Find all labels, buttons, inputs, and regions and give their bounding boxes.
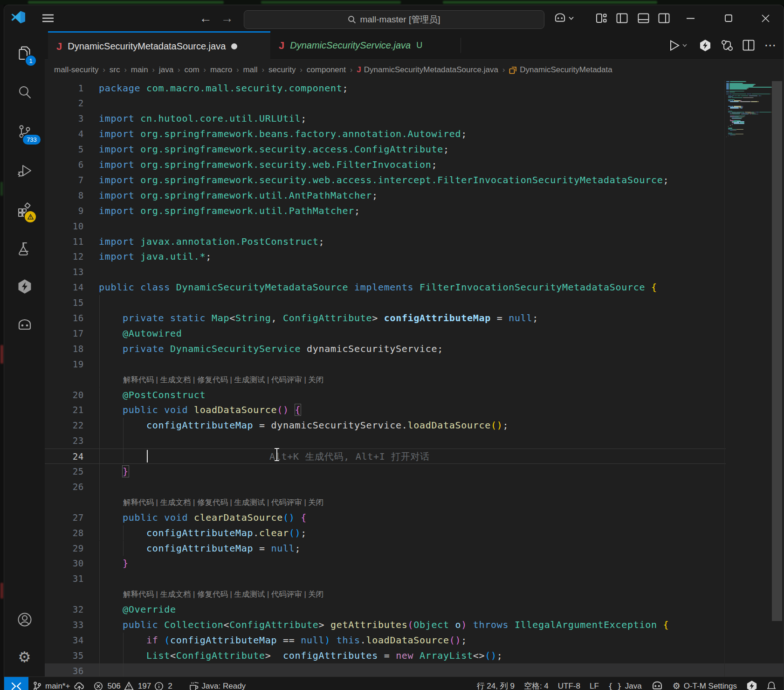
code-line[interactable]: 32 @Override — [45, 602, 784, 617]
code-line[interactable]: 34 if (configAttributeMap == null) this.… — [45, 633, 784, 648]
code-line[interactable]: 13 — [45, 264, 784, 280]
status-notifications[interactable] — [762, 677, 781, 690]
code-line[interactable]: 28 configAttributeMap.clear(); — [45, 525, 784, 541]
breadcrumb-item[interactable]: com — [184, 65, 199, 75]
breadcrumb-item[interactable]: DynamicSecurityMetadata — [509, 65, 612, 75]
code-line[interactable]: 33 public Collection<ConfigAttribute> ge… — [45, 617, 784, 633]
status-encoding[interactable]: UTF-8 — [553, 677, 585, 690]
breadcrumb-item[interactable]: mall — [243, 65, 257, 75]
code-line[interactable]: 19 — [45, 357, 784, 372]
status-copilot-status[interactable] — [646, 677, 668, 690]
code-line[interactable]: 17 @Autowired — [45, 326, 784, 341]
status-branch[interactable]: main*+ — [28, 677, 89, 690]
code-line[interactable]: 7import org.springframework.security.web… — [45, 172, 784, 188]
code-line[interactable]: 30 } — [45, 556, 784, 571]
more-actions-icon[interactable]: ⋯ — [763, 38, 778, 52]
breadcrumb-separator: › — [124, 66, 126, 74]
status-java-status[interactable]: Java: Ready — [184, 677, 251, 690]
command-center-search[interactable]: mall-master [管理员] — [244, 10, 544, 29]
status-otm-settings[interactable]: ⚙O-T-M Settings — [668, 677, 742, 690]
status-eol[interactable]: LF — [585, 677, 604, 690]
window-minimize-button[interactable] — [683, 12, 698, 25]
status-language[interactable]: { }Java — [604, 677, 646, 690]
copilot-menu-button[interactable] — [550, 11, 577, 26]
code-line[interactable]: 4import org.springframework.beans.factor… — [45, 126, 784, 142]
chevron-down-icon — [682, 44, 687, 47]
vertical-scrollbar[interactable] — [772, 81, 782, 621]
breadcrumb-item[interactable]: JDynamicSecurityMetadataSource.java — [357, 65, 498, 75]
activity-run-debug[interactable] — [4, 154, 45, 187]
toggle-panel-icon[interactable] — [636, 12, 650, 25]
code-line[interactable]: 14public class DynamicSecurityMetadataSo… — [45, 280, 784, 295]
code-line[interactable]: 2 — [45, 96, 784, 111]
run-button[interactable] — [668, 38, 688, 52]
compare-changes-icon[interactable] — [720, 38, 735, 52]
breadcrumb-item[interactable]: src — [110, 65, 120, 75]
breadcrumb-item[interactable]: macro — [210, 65, 232, 75]
code-line[interactable]: 5import org.springframework.security.acc… — [45, 142, 784, 157]
code-line[interactable]: 35 List<ConfigAttribute> configAttribute… — [45, 648, 784, 663]
code-line[interactable]: 3import cn.hutool.core.util.URLUtil; — [45, 111, 784, 126]
hex-bolt-icon[interactable] — [698, 38, 712, 52]
code-line[interactable]: 22 configAttributeMap = dynamicSecurityS… — [45, 418, 784, 433]
activity-copilot[interactable] — [4, 309, 45, 342]
activity-settings[interactable]: ⚙ — [4, 641, 45, 673]
activity-extensions[interactable] — [4, 193, 45, 226]
tab-dynamicsecurityservice[interactable]: J DynamicSecurityService.java U — [270, 31, 461, 60]
activity-accounts[interactable] — [4, 603, 45, 636]
window-close-button[interactable] — [757, 12, 773, 25]
code-line[interactable]: 9import org.springframework.util.PathMat… — [45, 203, 784, 219]
activity-testing[interactable] — [4, 233, 45, 265]
codelens-actions[interactable]: 解释代码 | 生成文档 | 修复代码 | 生成测试 | 代码评审 | 关闭 — [123, 372, 323, 387]
code-line[interactable]: 8import org.springframework.util.AntPath… — [45, 188, 784, 203]
status-cursor-position[interactable]: 行 24, 列 9 — [472, 677, 519, 690]
activity-explorer[interactable]: 1 — [4, 37, 45, 69]
split-editor-icon[interactable] — [741, 38, 756, 52]
code-line[interactable]: 20 @PostConstruct — [45, 387, 784, 403]
editor-pane[interactable]: 1package com.macro.mall.security.compone… — [45, 80, 784, 676]
code-line[interactable]: 27 public void clearDataSource() { — [45, 510, 784, 525]
toggle-secondary-sidebar-icon[interactable] — [657, 12, 671, 25]
activity-hex-bolt[interactable] — [4, 270, 45, 303]
activity-source-control[interactable]: 733 — [4, 115, 45, 148]
code-line-text: import java.util.*; — [99, 249, 212, 264]
customize-layout-icon[interactable] — [594, 12, 608, 25]
codelens-actions[interactable]: 解释代码 | 生成文档 | 修复代码 | 生成测试 | 代码评审 | 关闭 — [123, 495, 323, 510]
activity-search[interactable] — [4, 76, 45, 109]
nav-back-button[interactable]: ← — [198, 12, 213, 25]
status-hex-bolt-status[interactable] — [742, 677, 762, 690]
code-line[interactable]: 25 } — [45, 464, 784, 479]
breadcrumb-item[interactable]: mall-security — [54, 65, 98, 75]
code-line[interactable]: 31 — [45, 571, 784, 586]
code-line[interactable]: 36 — [45, 663, 784, 676]
status-indentation[interactable]: 空格: 4 — [519, 677, 553, 690]
code-line[interactable]: 12import java.util.*; — [45, 249, 784, 264]
status-problems[interactable]: 5061972 — [89, 677, 177, 690]
tab-dynamicsecuritymetadatasource[interactable]: J DynamicSecurityMetadataSource.java — [48, 31, 270, 60]
code-line[interactable]: 26 — [45, 479, 784, 495]
code-line-text: configAttributeMap.clear(); — [99, 525, 307, 541]
status-remote[interactable] — [4, 677, 28, 690]
breadcrumb-item[interactable]: java — [159, 65, 173, 75]
nav-forward-button[interactable]: → — [220, 12, 234, 25]
code-line[interactable]: 21 public void loadDataSource() { — [45, 402, 784, 418]
menu-hamburger-icon[interactable] — [41, 12, 55, 25]
code-line[interactable]: 18 private DynamicSecurityService dynami… — [45, 341, 784, 357]
code-line[interactable]: 6import org.springframework.security.web… — [45, 157, 784, 172]
breadcrumb-item[interactable]: main — [131, 65, 148, 75]
code-line[interactable]: 10 — [45, 219, 784, 234]
breadcrumb-item[interactable]: component — [307, 65, 346, 75]
line-number: 5 — [45, 142, 84, 157]
code-line[interactable]: 29 configAttributeMap = null; — [45, 541, 784, 556]
code-line[interactable]: 16 private static Map<String, ConfigAttr… — [45, 310, 784, 326]
codelens-actions[interactable]: 解释代码 | 生成文档 | 修复代码 | 生成测试 | 代码评审 | 关闭 — [123, 586, 323, 602]
minimap[interactable] — [724, 80, 771, 676]
breadcrumb-item[interactable]: security — [268, 65, 296, 75]
code-line[interactable]: 11import javax.annotation.PostConstruct; — [45, 234, 784, 249]
toggle-primary-sidebar-icon[interactable] — [615, 12, 629, 25]
modified-dot-icon[interactable] — [231, 43, 237, 49]
code-line[interactable]: 15 — [45, 295, 784, 310]
code-line[interactable]: 23 — [45, 433, 784, 448]
code-line[interactable]: 1package com.macro.mall.security.compone… — [45, 81, 784, 96]
window-maximize-button[interactable] — [721, 12, 736, 25]
